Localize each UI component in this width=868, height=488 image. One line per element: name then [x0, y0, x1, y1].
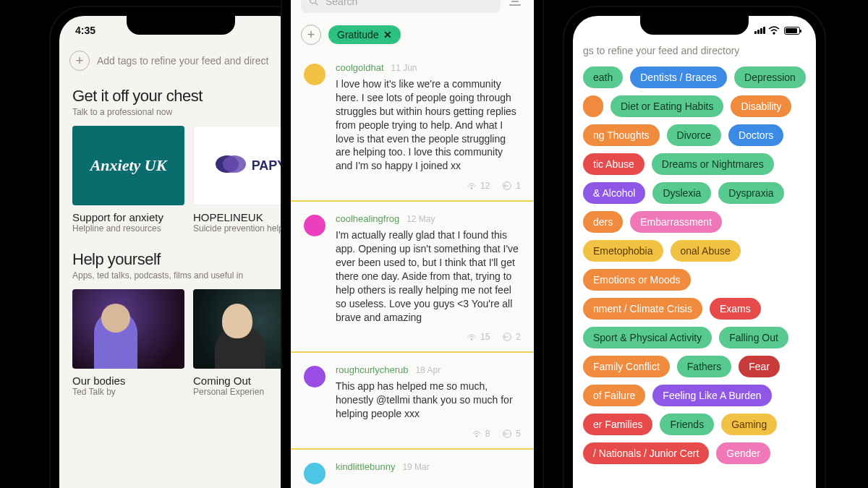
- feed-post[interactable]: roughcurlycherub 18 Apr This app has hel…: [291, 353, 534, 450]
- tag-pill[interactable]: Disability: [731, 95, 791, 117]
- status-time: 4:35: [75, 25, 95, 36]
- tag-pill[interactable]: & Alcohol: [583, 182, 645, 204]
- tag-hint-text: Add tags to refine your feed and direct: [97, 55, 268, 67]
- svg-point-6: [471, 339, 472, 341]
- tag-pill[interactable]: Gaming: [721, 414, 777, 435]
- reply-count: 5: [516, 429, 521, 439]
- filter-icon[interactable]: [506, 0, 524, 6]
- svg-point-8: [476, 435, 477, 437]
- tag-pill[interactable]: Depression: [734, 67, 806, 88]
- stage: 4:35 + Add tags to refine your feed and …: [0, 0, 868, 488]
- remove-tag-icon[interactable]: ✕: [383, 29, 392, 40]
- tag-label: Gratitude: [337, 29, 379, 40]
- tag-pill[interactable]: Fathers: [677, 356, 731, 377]
- post-date: 18 Apr: [415, 365, 441, 375]
- reply-count: 1: [516, 181, 521, 191]
- active-tag-chip[interactable]: Gratitude ✕: [328, 25, 401, 44]
- search-input[interactable]: Search: [301, 0, 501, 13]
- like-icon: [466, 180, 477, 192]
- reply-button[interactable]: 1: [501, 180, 521, 192]
- tag-pill[interactable]: er Families: [583, 414, 652, 435]
- tag-pill[interactable]: nment / Climate Crisis: [583, 298, 702, 320]
- wifi-icon: [768, 26, 780, 35]
- card-subtitle: Ted Talk by: [72, 387, 184, 397]
- tag-pill[interactable]: Falling Out: [719, 327, 788, 348]
- directory-card-hopeline[interactable]: PAPY HOPELINEUK Suicide prevention helpl…: [193, 126, 289, 234]
- tag-pill[interactable]: Embarrassment: [630, 211, 722, 233]
- signal-icon: [754, 27, 765, 34]
- tag-pill[interactable]: Divorce: [667, 124, 721, 146]
- tag-pill[interactable]: tic Abuse: [583, 153, 644, 175]
- tag-pill[interactable]: of Failure: [583, 385, 645, 406]
- post-username[interactable]: coolgoldhat: [336, 62, 384, 73]
- tag-pill[interactable]: Fear: [739, 356, 780, 377]
- tag-pill[interactable]: Doctors: [728, 124, 783, 146]
- svg-point-2: [310, 0, 316, 4]
- tag-pill[interactable]: onal Abuse: [671, 240, 741, 262]
- card-title: Our bodies: [72, 374, 184, 387]
- tag-pill[interactable]: eath: [583, 67, 623, 88]
- post-text: I love how it's like we're a community h…: [336, 77, 521, 173]
- tag-pill[interactable]: Gender: [716, 442, 770, 464]
- section-professionals: Get it off your chest Talk to a professi…: [59, 77, 302, 240]
- tag-pill[interactable]: Family Conflict: [583, 356, 670, 377]
- reply-button[interactable]: 2: [501, 331, 521, 343]
- phone-directory: 4:35 + Add tags to refine your feed and …: [51, 7, 311, 488]
- card-title: Support for anxiety: [72, 211, 184, 223]
- tag-pill[interactable]: Feeling Like A Burden: [652, 385, 771, 406]
- reply-button[interactable]: 5: [501, 428, 521, 440]
- tag-pill[interactable]: Dyslexia: [652, 182, 711, 204]
- like-button[interactable]: 15: [466, 331, 490, 343]
- card-thumbnail: Anxiety UK: [72, 126, 184, 205]
- like-icon: [471, 428, 482, 440]
- tag-pill[interactable]: Friends: [660, 414, 714, 435]
- tag-pill[interactable]: Sport & Physical Activity: [583, 327, 712, 348]
- like-count: 8: [485, 429, 490, 439]
- tag-pill[interactable]: / Nationals / Junior Cert: [583, 442, 709, 464]
- section-subtitle: Talk to a professional now: [72, 107, 289, 117]
- like-count: 12: [480, 181, 490, 191]
- card-subtitle: Personal Experien: [193, 387, 289, 397]
- directory-card-anxiety-uk[interactable]: Anxiety UK Support for anxiety Helpline …: [72, 126, 184, 234]
- tag-filter-row: + Add tags to refine your feed and direc…: [59, 45, 302, 77]
- tag-pill[interactable]: Emotions or Moods: [583, 269, 691, 291]
- tag-pill[interactable]: Dentists / Braces: [630, 67, 727, 88]
- tag-pill[interactable]: [583, 95, 603, 117]
- section-help-yourself: Help yourself Apps, ted talks, podcasts,…: [59, 240, 302, 403]
- like-button[interactable]: 8: [471, 428, 490, 440]
- content-card-our-bodies[interactable]: Our bodies Ted Talk by: [72, 289, 184, 397]
- feed-post[interactable]: kindlittlebunny 19 Mar: [291, 450, 534, 488]
- post-username[interactable]: roughcurlycherub: [336, 364, 408, 375]
- svg-line-3: [315, 3, 318, 5]
- tag-pill[interactable]: Diet or Eating Habits: [610, 95, 723, 117]
- card-thumbnail: PAPY: [193, 126, 289, 205]
- add-tag-button[interactable]: +: [301, 25, 321, 45]
- tag-pill[interactable]: Exams: [710, 298, 761, 320]
- like-button[interactable]: 12: [466, 180, 490, 192]
- avatar: [304, 366, 326, 388]
- post-username[interactable]: kindlittlebunny: [336, 461, 395, 472]
- reply-icon: [501, 331, 513, 343]
- content-card-coming-out[interactable]: Coming Out Personal Experien: [193, 289, 289, 397]
- phone-feed: Search + Gratitude ✕ coolgoldhat 11 Jun …: [282, 0, 542, 488]
- tag-pill[interactable]: ders: [583, 211, 623, 233]
- tag-pill[interactable]: Emetophobia: [583, 240, 663, 262]
- notch: [640, 16, 749, 35]
- svg-point-10: [773, 33, 775, 34]
- post-username[interactable]: coolhealingfrog: [336, 213, 399, 224]
- reply-count: 2: [516, 332, 521, 342]
- tag-hint-text: gs to refine your feed and directory: [573, 45, 816, 64]
- feed-post[interactable]: coolgoldhat 11 Jun I love how it's like …: [291, 51, 534, 202]
- add-tag-button[interactable]: +: [69, 51, 90, 71]
- tag-pill[interactable]: Dreams or Nightmares: [652, 153, 774, 175]
- card-title: HOPELINEUK: [193, 211, 289, 223]
- tag-pill[interactable]: ng Thoughts: [583, 124, 660, 146]
- tag-pill[interactable]: Dyspraxia: [718, 182, 783, 204]
- avatar: [304, 463, 326, 484]
- feed-post[interactable]: coolhealingfrog 12 May I'm actually real…: [291, 202, 534, 353]
- section-title: Get it off your chest: [72, 87, 289, 106]
- like-count: 15: [480, 332, 490, 342]
- avatar: [304, 215, 326, 236]
- notch: [127, 16, 235, 35]
- battery-icon: [784, 27, 800, 35]
